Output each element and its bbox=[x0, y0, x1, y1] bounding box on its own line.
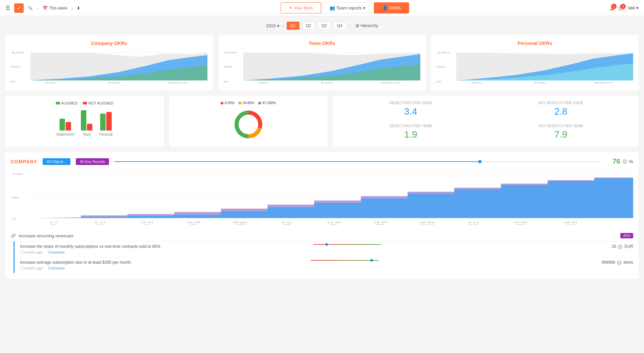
company-settings-icon[interactable]: ⚙ bbox=[622, 159, 627, 164]
team-okr-card: Team OKRs 100 50 0 Jan Feb March bbox=[218, 35, 426, 90]
kr-comment-link-2[interactable]: Comment bbox=[48, 266, 65, 270]
kr-detail-item-2: Increase average subscription size to at… bbox=[14, 257, 633, 273]
svg-text:0: 0 bbox=[437, 80, 441, 83]
kr-detail-title-2: Increase average subscription size to at… bbox=[20, 260, 307, 265]
objectives-per-user-label: OBJECTIVES PER USER bbox=[338, 101, 483, 105]
company-big-chart: 100 50 0 1-7 jan 8-14 jan 15-21 jan 22-2… bbox=[11, 171, 633, 225]
aligned-label: ALIGNED bbox=[61, 101, 77, 105]
svg-text:jan: jan bbox=[49, 223, 57, 225]
company-header: COMPANY 40 Objecti... 60 Key Results 76 … bbox=[11, 158, 633, 165]
download-icon[interactable]: ⬇ bbox=[77, 6, 80, 10]
team-okr-title: Team OKRs bbox=[224, 41, 420, 46]
quarter-q1-button[interactable]: Q1 bbox=[287, 22, 299, 30]
svg-text:jan: jan bbox=[96, 223, 104, 225]
department-bars: Department bbox=[57, 119, 74, 136]
svg-text:4 feb: 4 feb bbox=[234, 223, 246, 225]
kr-settings-icon-1[interactable]: ⚙ bbox=[618, 244, 623, 249]
kr-per-user-value: 2.8 bbox=[488, 106, 633, 117]
header-left: ☰ ✓ 🔍 ‹ 📅 This week › ⬇ bbox=[5, 3, 80, 13]
kr-unit-2: items bbox=[623, 260, 633, 265]
kr-slider-track-2[interactable] bbox=[311, 260, 378, 261]
svg-text:feb: feb bbox=[283, 223, 291, 225]
company-okr-chart: 100 50 0 Jan Feb March bbox=[11, 50, 207, 85]
svg-text:jan: jan bbox=[143, 223, 151, 225]
team-bar-label: Team bbox=[83, 133, 91, 136]
period-selector: 2015 ▾ ‹ Q1 Q2 Q3 Q4 › ⊞ Hierarchy bbox=[5, 22, 639, 30]
aligned-legend: ALIGNED bbox=[56, 101, 77, 105]
calendar-icon: 📅 bbox=[43, 6, 48, 10]
kr-comment-link-1[interactable]: Comment bbox=[48, 250, 65, 254]
progress-slider-track[interactable] bbox=[114, 161, 602, 162]
svg-text:100: 100 bbox=[11, 51, 24, 54]
header: ☰ ✓ 🔍 ‹ 📅 This week › ⬇ ✎ Your form 👥 Te… bbox=[0, 0, 644, 16]
svg-text:Jan: Jan bbox=[45, 81, 56, 84]
svg-text:50: 50 bbox=[224, 65, 232, 68]
tab-your-form[interactable]: ✎ Your form bbox=[281, 2, 321, 14]
svg-text:50: 50 bbox=[11, 65, 20, 68]
alignment-bar-chart: ALIGNED NOT ALIGNED Department bbox=[5, 96, 164, 147]
objectives-per-team-label: OBJECTIVES PER TEAM bbox=[338, 124, 483, 128]
search-icon[interactable]: 🔍 bbox=[28, 6, 33, 10]
tab-team-reports[interactable]: 👥 Team reports ▾ bbox=[321, 2, 374, 14]
logo: ✓ bbox=[14, 3, 24, 13]
quarter-q2-button[interactable]: Q2 bbox=[302, 22, 315, 30]
period-prev-icon[interactable]: ‹ bbox=[282, 23, 284, 28]
donut-legend-orange: 34-66% bbox=[239, 101, 254, 105]
kr-per-user-label: KEY RESULTS PER USER bbox=[488, 101, 633, 105]
nav-forward-icon[interactable]: › bbox=[71, 5, 73, 11]
svg-text:March: March bbox=[169, 81, 187, 84]
kr-time-2: 7 months ago bbox=[20, 266, 43, 270]
tab-okrs[interactable]: 👤 OKRs bbox=[374, 2, 409, 14]
personal-okr-chart: 100 50 0 Jan Feb March bbox=[437, 50, 633, 85]
department-bar-label: Department bbox=[57, 133, 74, 136]
user-menu[interactable]: Veli ▾ bbox=[628, 5, 639, 10]
kr-slider-track-1[interactable] bbox=[313, 244, 381, 245]
kr-per-team-metric: KEY RESULTS PER TEAM 7.9 bbox=[488, 124, 633, 142]
kr-per-team-label: KEY RESULTS PER TEAM bbox=[488, 124, 633, 128]
kr-value-1: 20 ⚙ EUR bbox=[606, 244, 633, 249]
kr-settings-icon-2[interactable]: ⚙ bbox=[617, 260, 622, 265]
metrics-card: OBJECTIVES PER USER 3.4 KEY RESULTS PER … bbox=[333, 96, 639, 147]
kr-detail-meta-1: 7 months ago Comment bbox=[20, 250, 309, 254]
svg-text:March: March bbox=[594, 81, 613, 84]
team-icon: 👥 bbox=[330, 5, 335, 10]
svg-text:feb: feb bbox=[377, 223, 384, 225]
messages-button[interactable]: 💬 3 bbox=[619, 6, 624, 10]
kr-number-1: 20 bbox=[612, 244, 616, 249]
alignment-legend: ALIGNED NOT ALIGNED bbox=[11, 101, 158, 105]
quarter-q4-button[interactable]: Q4 bbox=[333, 22, 346, 30]
period-next-icon[interactable]: › bbox=[349, 23, 351, 28]
donut-legend: 0-33% 34-66% 67-100% bbox=[221, 101, 276, 105]
progress-slider-thumb bbox=[478, 160, 482, 163]
donut-orange-label: 34-66% bbox=[243, 101, 254, 105]
quarter-q3-button[interactable]: Q3 bbox=[318, 22, 331, 30]
team-not-aligned-bar bbox=[87, 124, 92, 131]
kr-per-user-metric: KEY RESULTS PER USER 2.8 bbox=[488, 101, 633, 119]
kr-per-team-value: 7.9 bbox=[488, 129, 633, 140]
objectives-button[interactable]: 40 Objecti... bbox=[43, 158, 71, 165]
menu-icon[interactable]: ☰ bbox=[5, 5, 10, 11]
notifications-button[interactable]: 🔔 3 bbox=[609, 6, 615, 10]
svg-text:100: 100 bbox=[224, 51, 237, 54]
key-results-button[interactable]: 60 Key Results bbox=[76, 158, 109, 165]
donut-legend-green: 67-100% bbox=[258, 101, 276, 105]
company-percent-value: 76 bbox=[613, 158, 620, 165]
form-icon: ✎ bbox=[289, 5, 293, 10]
svg-text:Jan: Jan bbox=[470, 81, 482, 84]
company-percent-sign: % bbox=[629, 159, 633, 164]
company-section: COMPANY 40 Objecti... 60 Key Results 76 … bbox=[5, 152, 639, 279]
week-selector[interactable]: 📅 This week bbox=[43, 6, 67, 10]
svg-text:jan: jan bbox=[190, 223, 197, 225]
kr-section-header: 🔗 Increase recurring revenues 45% bbox=[11, 230, 633, 241]
messages-badge: 3 bbox=[620, 4, 626, 9]
personal-aligned-bar bbox=[100, 114, 106, 131]
hierarchy-button[interactable]: ⊞ Hierarchy bbox=[356, 23, 378, 28]
year-selector[interactable]: 2015 ▾ bbox=[266, 23, 280, 28]
week-label[interactable]: This week bbox=[49, 6, 67, 10]
nav-back-icon[interactable]: ‹ bbox=[37, 5, 39, 11]
donut-svg bbox=[231, 108, 265, 141]
notifications-badge: 3 bbox=[611, 4, 617, 9]
kr-section-title: Increase recurring revenues bbox=[19, 233, 618, 238]
svg-text:mar: mar bbox=[469, 223, 479, 225]
header-right: 🔔 3 💬 3 Veli ▾ bbox=[609, 5, 639, 10]
